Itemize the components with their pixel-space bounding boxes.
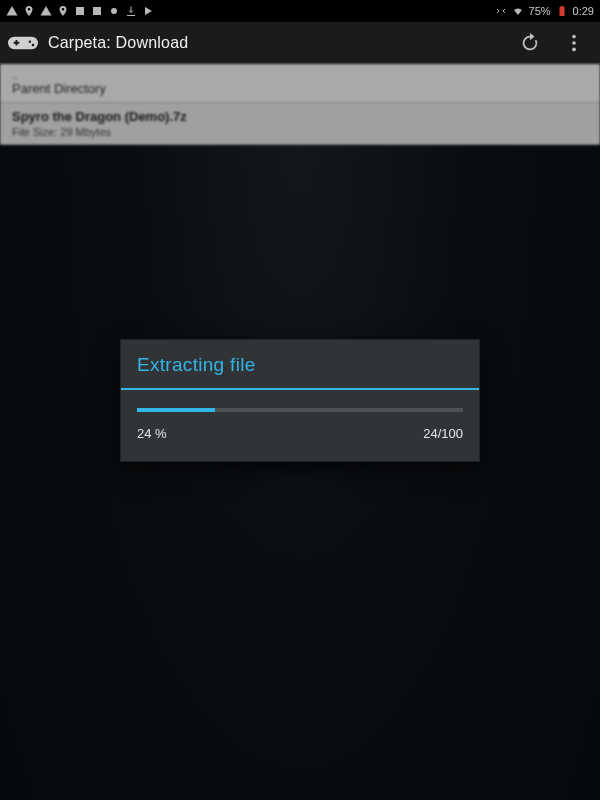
file-size: File Size: 29 Mbytes	[12, 126, 588, 138]
status-right: 75% 0:29	[495, 5, 594, 17]
progress-count: 24/100	[423, 426, 463, 441]
file-row[interactable]: Spyro the Dragon (Demo).7z File Size: 29…	[0, 103, 600, 145]
progress-bar	[137, 408, 463, 412]
status-bar: 75% 0:29	[0, 0, 600, 22]
clock: 0:29	[573, 5, 594, 17]
page-title: Carpeta: Download	[48, 34, 188, 52]
wifi-icon	[512, 5, 524, 17]
overflow-menu-button[interactable]	[562, 31, 586, 55]
svg-point-2	[572, 41, 576, 45]
dialog-title: Extracting file	[121, 340, 479, 390]
refresh-button[interactable]	[518, 31, 542, 55]
location-icon	[23, 5, 35, 17]
warning-icon	[40, 5, 52, 17]
download-icon	[125, 5, 137, 17]
file-list: .. Parent Directory Spyro the Dragon (De…	[0, 64, 600, 145]
svg-point-0	[111, 8, 117, 14]
progress-fill	[137, 408, 215, 412]
image-icon	[74, 5, 86, 17]
svg-point-3	[572, 48, 576, 52]
empty-area	[0, 145, 600, 800]
battery-icon	[556, 5, 568, 17]
sync-icon	[108, 5, 120, 17]
play-icon	[142, 5, 154, 17]
action-bar: Carpeta: Download	[0, 22, 600, 64]
parent-directory-row[interactable]: .. Parent Directory	[0, 64, 600, 103]
extract-dialog: Extracting file 24 % 24/100	[120, 339, 480, 462]
parent-directory-label: Parent Directory	[12, 81, 588, 96]
location-icon	[57, 5, 69, 17]
calendar-icon	[91, 5, 103, 17]
progress-percent: 24 %	[137, 426, 167, 441]
warning-icon	[6, 5, 18, 17]
vibrate-icon	[495, 5, 507, 17]
file-name: Spyro the Dragon (Demo).7z	[12, 109, 588, 124]
up-dots: ..	[12, 70, 588, 81]
status-notifications	[6, 5, 154, 17]
svg-point-1	[572, 35, 576, 39]
battery-percent: 75%	[529, 5, 551, 17]
gamepad-icon	[8, 28, 38, 58]
